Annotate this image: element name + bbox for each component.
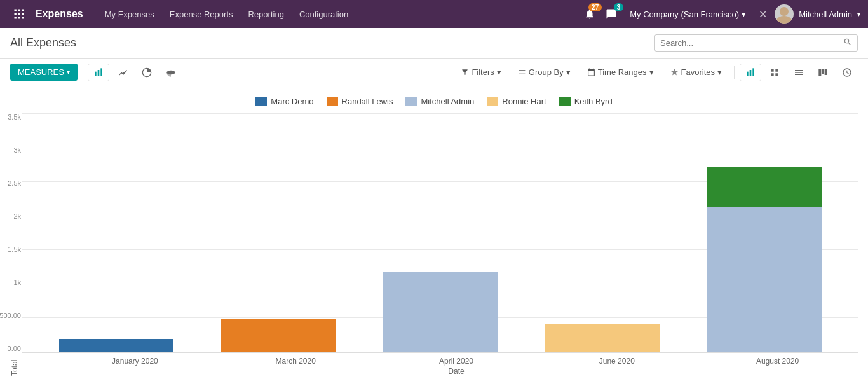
y-tick-3k: 3k [0, 147, 21, 154]
svg-point-9 [780, 7, 789, 16]
y-tick-2.5k: 2.5k [0, 180, 21, 187]
svg-rect-7 [18, 17, 20, 18]
bar-chart-view-button[interactable] [88, 64, 109, 81]
measures-button[interactable]: MEASURES ▾ [10, 64, 78, 81]
topnav-right-section: 27 3 My Company (San Francisco) ▾ ✕ Mitc… [581, 4, 860, 24]
line-chart-view-button[interactable] [112, 64, 133, 81]
x-label-jan-2020: January 2020 [55, 357, 215, 366]
toolbar-divider [734, 66, 735, 79]
legend-item-keith-byrd: Keith Byrd [559, 97, 613, 106]
messages-badge: 3 [614, 3, 624, 11]
list-view-toggle[interactable] [788, 64, 810, 81]
svg-rect-5 [22, 13, 24, 15]
toolbar: MEASURES ▾ Filters ▾ Group By ▾ Ti [0, 59, 868, 86]
bar-segment-mitchell-admin-apr[interactable] [383, 272, 498, 352]
svg-rect-2 [22, 10, 24, 11]
svg-rect-12 [98, 70, 100, 76]
svg-rect-1 [18, 10, 20, 11]
grid-view-toggle[interactable] [764, 64, 785, 81]
x-axis-title: Date [22, 367, 858, 376]
svg-rect-18 [752, 68, 754, 76]
y-tick-3.5k: 3.5k [0, 114, 21, 121]
bar-stack-jan-2020 [59, 339, 173, 352]
bar-segment-keith-byrd-aug[interactable] [707, 167, 822, 207]
legend-color-keith-byrd [559, 97, 571, 106]
svg-rect-8 [22, 17, 24, 18]
bar-group-aug-2020 [683, 167, 845, 352]
svg-rect-0 [15, 10, 17, 11]
bar-group-jun-2020 [521, 324, 683, 352]
user-avatar[interactable] [775, 4, 794, 24]
svg-rect-3 [15, 13, 17, 15]
svg-point-10 [776, 16, 792, 24]
page-title: All Expenses [10, 36, 76, 50]
legend-color-mitchell-admin [405, 97, 417, 106]
time-ranges-button[interactable]: Time Ranges ▾ [580, 64, 661, 81]
search-input[interactable] [660, 38, 843, 48]
pie-chart-view-button[interactable] [136, 64, 158, 81]
user-name[interactable]: Mitchell Admin [799, 10, 852, 19]
clock-view-toggle[interactable] [836, 64, 858, 81]
y-tick-0: 0.00 [0, 345, 21, 352]
legend-color-marc-demo [255, 97, 267, 106]
bar-segment-marc-demo-jan[interactable] [59, 339, 173, 352]
close-company-button[interactable]: ✕ [756, 6, 770, 23]
search-bar [654, 34, 858, 52]
search-icon[interactable] [843, 38, 852, 48]
svg-rect-16 [747, 71, 749, 76]
menu-configuration[interactable]: Configuration [293, 6, 355, 23]
bar-view-toggle[interactable] [740, 64, 761, 81]
svg-rect-21 [825, 69, 827, 75]
y-tick-1k: 1k [0, 279, 21, 286]
bar-group-mar-2020 [197, 319, 359, 352]
legend-color-ronnie-hart [487, 97, 498, 106]
toolbar-left: MEASURES ▾ [10, 64, 182, 81]
bar-stack-mar-2020 [221, 319, 336, 352]
legend-item-marc-demo: Marc Demo [255, 97, 313, 106]
legend-item-ronnie-hart: Ronnie Hart [487, 97, 546, 106]
notifications-button[interactable]: 27 [581, 6, 598, 22]
chart-container: Marc Demo Randall Lewis Mitchell Admin R… [0, 86, 868, 386]
bar-stack-aug-2020 [707, 167, 822, 352]
menu-reporting[interactable]: Reporting [242, 6, 290, 23]
svg-rect-13 [100, 68, 102, 76]
svg-rect-19 [818, 69, 821, 76]
bar-segment-ronnie-hart-jun[interactable] [545, 324, 660, 352]
legend-color-randall-lewis [327, 97, 338, 106]
bar-group-jan-2020 [35, 339, 197, 352]
bar-segment-mitchell-admin-aug[interactable] [707, 207, 822, 352]
favorites-button[interactable]: Favorites ▾ [663, 64, 729, 81]
chart-legend: Marc Demo Randall Lewis Mitchell Admin R… [10, 97, 858, 106]
svg-rect-4 [18, 13, 20, 15]
kanban-view-toggle[interactable] [812, 64, 834, 81]
bar-stack-jun-2020 [545, 324, 660, 352]
toolbar-right: Filters ▾ Group By ▾ Time Ranges ▾ Favor… [454, 64, 858, 81]
bar-segment-randall-lewis-mar[interactable] [221, 319, 336, 352]
messages-button[interactable]: 3 [603, 6, 620, 22]
y-tick-2k: 2k [0, 213, 21, 220]
chart-plot-area: 0.00 500.00 1k 1.5k 2k 2.5k 3k 3.5k [22, 114, 858, 353]
apps-menu-button[interactable] [8, 8, 31, 20]
top-navigation: Expenses My Expenses Expense Reports Rep… [0, 0, 868, 28]
company-selector[interactable]: My Company (San Francisco) ▾ [625, 7, 751, 22]
svg-rect-20 [822, 69, 824, 74]
x-label-jun-2020: June 2020 [536, 357, 697, 366]
legend-item-randall-lewis: Randall Lewis [327, 97, 393, 106]
menu-expense-reports[interactable]: Expense Reports [163, 6, 240, 23]
notifications-badge: 27 [588, 3, 602, 11]
x-axis-labels: January 2020 March 2020 April 2020 June … [22, 353, 858, 366]
y-tick-1.5k: 1.5k [0, 246, 21, 253]
svg-rect-17 [750, 70, 752, 76]
group-by-button[interactable]: Group By ▾ [511, 64, 578, 81]
svg-rect-6 [15, 17, 17, 18]
filters-button[interactable]: Filters ▾ [454, 64, 508, 81]
y-tick-500: 500.00 [0, 312, 21, 319]
subheader: All Expenses [0, 28, 868, 59]
legend-item-mitchell-admin: Mitchell Admin [405, 97, 474, 106]
menu-my-expenses[interactable]: My Expenses [98, 6, 161, 23]
bar-stack-apr-2020 [383, 272, 498, 352]
chart-inner: 0.00 500.00 1k 1.5k 2k 2.5k 3k 3.5k [22, 114, 858, 376]
chart-wrapper: Total 0.00 500.00 1k 1.5k 2k 2.5k 3k 3.5… [10, 114, 858, 376]
pivot-view-button[interactable] [160, 64, 182, 81]
app-title: Expenses [36, 8, 83, 20]
